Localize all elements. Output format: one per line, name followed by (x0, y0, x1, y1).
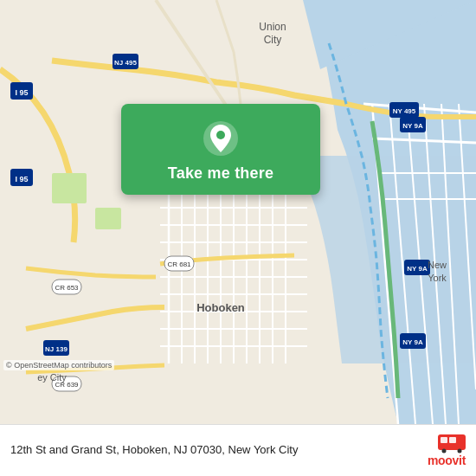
svg-text:NY 495: NY 495 (393, 107, 416, 115)
svg-text:NJ 139: NJ 139 (45, 345, 68, 353)
svg-text:NY 9A: NY 9A (402, 338, 423, 346)
moovit-bus-icon (438, 434, 466, 453)
svg-point-66 (442, 448, 447, 453)
svg-rect-31 (52, 173, 87, 203)
svg-text:I 95: I 95 (15, 175, 28, 183)
svg-text:I 95: I 95 (15, 88, 28, 97)
svg-text:City: City (264, 34, 282, 46)
address-text: 12th St and Grand St, Hoboken, NJ 07030,… (10, 442, 407, 458)
svg-point-62 (216, 131, 225, 139)
location-card[interactable]: Take me there (121, 104, 320, 195)
moovit-name: moovit (428, 453, 466, 467)
bottom-bar: 12th St and Grand St, Hoboken, NJ 07030,… (0, 424, 476, 476)
svg-text:NY 9A: NY 9A (407, 265, 428, 273)
take-me-there-button[interactable]: Take me there (168, 164, 273, 183)
svg-text:York: York (428, 273, 447, 283)
svg-point-67 (458, 448, 462, 453)
map-container: Hoboken I 95 NJ 495 I 95 NJ 139 CR 681 C… (0, 0, 476, 424)
svg-rect-64 (441, 437, 447, 443)
svg-text:CR 681: CR 681 (167, 261, 191, 268)
svg-rect-32 (95, 208, 121, 229)
svg-text:CR 653: CR 653 (55, 284, 79, 292)
svg-text:New: New (428, 260, 447, 270)
svg-rect-65 (449, 437, 456, 443)
map-attribution: © OpenStreetMap contributors (3, 360, 114, 370)
moovit-logo: moovit (414, 434, 466, 467)
svg-text:NJ 495: NJ 495 (114, 59, 137, 67)
svg-text:NY 9A: NY 9A (402, 122, 423, 130)
svg-text:Hoboken: Hoboken (196, 301, 245, 314)
svg-text:ey City: ey City (37, 372, 67, 383)
pin-icon (202, 119, 240, 158)
svg-text:Union: Union (259, 21, 286, 33)
